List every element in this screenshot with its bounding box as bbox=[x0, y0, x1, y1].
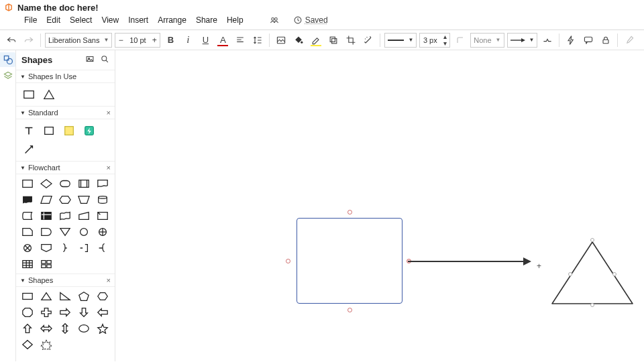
undo-button[interactable] bbox=[4, 33, 19, 48]
menu-arrange[interactable]: Arrange bbox=[158, 15, 186, 25]
section-flowchart[interactable]: ▼Flowchart × bbox=[16, 161, 115, 174]
font-size-decrease[interactable]: − bbox=[115, 34, 126, 47]
bs-arrow-right-icon[interactable] bbox=[59, 307, 71, 318]
bs-octagon-icon[interactable] bbox=[21, 307, 34, 318]
shadow-button[interactable] bbox=[326, 33, 341, 48]
canvas-arrow-line[interactable] bbox=[408, 261, 527, 262]
menu-view[interactable]: View bbox=[101, 15, 119, 25]
fc-terminator-icon[interactable] bbox=[59, 178, 71, 189]
section-standard[interactable]: ▼Standard × bbox=[16, 106, 115, 119]
shape-triangle-icon[interactable] bbox=[43, 88, 55, 101]
triangle-handle-left[interactable] bbox=[568, 272, 572, 276]
menu-file[interactable]: File bbox=[24, 15, 37, 25]
drawing-canvas[interactable]: + bbox=[115, 50, 644, 361]
bs-plus-icon[interactable] bbox=[40, 307, 52, 318]
fc-card-icon[interactable] bbox=[97, 210, 109, 221]
bs-ellipse-icon[interactable] bbox=[78, 323, 90, 334]
collaborators-icon[interactable] bbox=[269, 15, 280, 25]
search-icon[interactable] bbox=[100, 54, 109, 66]
arrow-end-select[interactable]: ▼ bbox=[507, 33, 538, 48]
italic-button[interactable]: i bbox=[180, 33, 195, 48]
fill-color-button[interactable] bbox=[291, 33, 306, 48]
shape-pointer-icon[interactable] bbox=[23, 143, 35, 156]
fc-sum-icon[interactable] bbox=[21, 243, 34, 253]
fc-document-icon[interactable] bbox=[97, 178, 109, 189]
save-status[interactable]: Saved bbox=[293, 15, 328, 25]
document-title[interactable]: Name the doc here! bbox=[17, 3, 99, 13]
triangle-handle-right[interactable] bbox=[612, 272, 616, 276]
arrow-start-select[interactable]: None ▼ bbox=[470, 33, 504, 48]
canvas-rectangle-shape[interactable] bbox=[297, 218, 402, 304]
font-size-stepper[interactable]: − 10 pt + bbox=[115, 33, 160, 48]
fc-table-icon[interactable] bbox=[21, 259, 34, 269]
menu-share[interactable]: Share bbox=[196, 15, 217, 25]
effects-button[interactable] bbox=[361, 33, 376, 48]
bs-arrow-down-icon[interactable] bbox=[78, 307, 90, 318]
bs-star-icon[interactable] bbox=[97, 323, 109, 334]
close-section-icon[interactable]: × bbox=[107, 276, 111, 284]
connector-type-button[interactable] bbox=[540, 33, 555, 48]
line-style-select[interactable]: ▼ bbox=[384, 33, 417, 48]
bs-polystar-icon[interactable] bbox=[40, 339, 52, 350]
bs-pentagon-icon[interactable] bbox=[78, 291, 90, 302]
menu-insert[interactable]: Insert bbox=[128, 15, 148, 25]
shape-block-icon[interactable] bbox=[43, 125, 55, 137]
fc-database-icon[interactable] bbox=[97, 194, 109, 205]
font-size-increase[interactable]: + bbox=[149, 34, 160, 47]
shape-rectangle-icon[interactable] bbox=[23, 88, 35, 101]
bs-arrow-ud-icon[interactable] bbox=[59, 323, 71, 334]
lock-button[interactable] bbox=[598, 33, 613, 48]
menu-select[interactable]: Select bbox=[70, 15, 92, 25]
crop-button[interactable] bbox=[343, 33, 358, 48]
fc-brace-left-icon[interactable] bbox=[97, 243, 109, 253]
fc-process-icon[interactable] bbox=[21, 178, 34, 189]
fc-decision-icon[interactable] bbox=[40, 178, 52, 189]
close-section-icon[interactable]: × bbox=[107, 164, 111, 172]
bs-arrow-lr-icon[interactable] bbox=[40, 323, 52, 334]
shape-text-icon[interactable] bbox=[23, 125, 35, 137]
selection-handle-w[interactable] bbox=[286, 259, 290, 263]
canvas-triangle-shape[interactable] bbox=[550, 240, 635, 308]
fc-offpage-icon[interactable] bbox=[40, 243, 52, 253]
font-color-button[interactable]: A bbox=[215, 33, 230, 48]
section-shapes-more[interactable]: ▼Shapes × bbox=[16, 274, 115, 287]
triangle-handle-bottom[interactable] bbox=[590, 303, 594, 307]
bs-arrow-up-icon[interactable] bbox=[21, 323, 34, 334]
fc-data-icon[interactable] bbox=[40, 194, 52, 205]
line-width-increase[interactable]: ▴ bbox=[440, 34, 449, 40]
selection-handle-s[interactable] bbox=[347, 308, 352, 312]
bs-hexagon-icon[interactable] bbox=[97, 291, 109, 302]
fc-delay-icon[interactable] bbox=[40, 227, 52, 237]
fc-or-icon[interactable] bbox=[97, 227, 109, 237]
fc-storage-icon[interactable] bbox=[21, 210, 34, 221]
fc-connector-icon[interactable] bbox=[78, 227, 90, 237]
eyedropper-button[interactable] bbox=[622, 33, 637, 48]
fc-paper-tape-icon[interactable] bbox=[59, 210, 71, 221]
redo-button[interactable] bbox=[21, 33, 36, 48]
bs-arrow-left-icon[interactable] bbox=[97, 307, 109, 318]
line-width-decrease[interactable]: ▾ bbox=[440, 40, 449, 47]
fc-brace-right-icon[interactable] bbox=[59, 243, 71, 253]
fc-predefined-icon[interactable] bbox=[78, 178, 90, 189]
fc-card2-icon[interactable] bbox=[21, 227, 34, 237]
shape-note-icon[interactable] bbox=[63, 125, 75, 137]
close-section-icon[interactable]: × bbox=[107, 109, 111, 117]
fc-io-icon[interactable] bbox=[78, 194, 90, 205]
comments-button[interactable] bbox=[581, 33, 596, 48]
fc-note-icon[interactable] bbox=[78, 243, 90, 253]
fc-hexagon-icon[interactable] bbox=[59, 194, 71, 205]
corner-style-button[interactable] bbox=[453, 33, 468, 48]
menu-help[interactable]: Help bbox=[227, 15, 244, 25]
fc-manual-input-icon[interactable] bbox=[78, 210, 90, 221]
section-shapes-in-use[interactable]: ▼Shapes In Use bbox=[16, 70, 115, 83]
action-button[interactable] bbox=[564, 33, 578, 48]
shape-action-icon[interactable] bbox=[83, 125, 95, 137]
menu-edit[interactable]: Edit bbox=[46, 15, 60, 25]
shapes-tool-icon[interactable] bbox=[3, 54, 13, 65]
align-button[interactable] bbox=[233, 33, 248, 48]
bs-triangle-icon[interactable] bbox=[40, 291, 52, 302]
bs-diamond-icon[interactable] bbox=[21, 339, 34, 350]
bs-right-triangle-icon[interactable] bbox=[59, 291, 71, 302]
bold-button[interactable]: B bbox=[163, 33, 178, 48]
line-color-button[interactable] bbox=[309, 33, 323, 48]
